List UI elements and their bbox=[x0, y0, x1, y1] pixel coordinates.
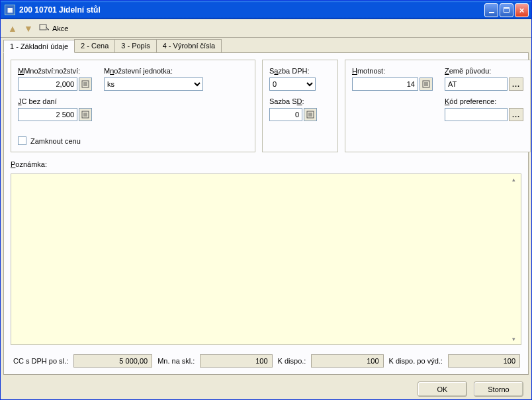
svg-rect-0 bbox=[40, 25, 46, 30]
kod-preference-input[interactable] bbox=[445, 108, 508, 121]
cc-value: 5 000,00 bbox=[73, 354, 152, 368]
mj-select[interactable]: ks bbox=[104, 77, 203, 91]
zeme-puvodu-label: Země původu: bbox=[445, 67, 523, 75]
mnozstvi-label: MMnožství:nožství: bbox=[18, 67, 92, 75]
tab-vyrobni-cisla[interactable]: 4 - Výrobní čísla bbox=[156, 39, 222, 52]
group-hmotnost: Hmotnost: Země původu: bbox=[345, 60, 531, 152]
kod-preference-browse-button[interactable]: ... bbox=[509, 108, 523, 121]
kdv-value: 100 bbox=[448, 354, 520, 368]
tabs: 1 - Základní údaje 2 - Cena 3 - Popis 4 … bbox=[3, 39, 529, 52]
akce-label: Akce bbox=[52, 25, 68, 32]
window: ▦ 200 10701 Jídelní stůl × ▲ ▼ Akce 1 - … bbox=[0, 0, 532, 400]
window-title: 200 10701 Jídelní stůl bbox=[19, 5, 101, 15]
sazba-sd-label: Sazba SD: bbox=[269, 97, 331, 105]
poznamka-textarea[interactable]: ▴ ▾ bbox=[11, 174, 521, 345]
jc-label: JC bez daní bbox=[18, 97, 92, 105]
cc-label: CC s DPH po sl.: bbox=[12, 357, 69, 365]
maximize-button[interactable] bbox=[500, 3, 513, 17]
mnozstvi-calc-button[interactable] bbox=[79, 77, 92, 91]
hmotnost-input[interactable] bbox=[352, 77, 418, 91]
mj-label: Množstevní jednotka: bbox=[104, 67, 203, 75]
app-icon: ▦ bbox=[5, 5, 15, 15]
sazba-sd-input[interactable] bbox=[269, 108, 302, 121]
mn-value: 100 bbox=[200, 354, 272, 368]
group-mnozstvi: MMnožství:nožství: Množstevní jednotka: bbox=[11, 60, 255, 152]
hmotnost-calc-button[interactable] bbox=[420, 77, 433, 91]
tab-zakladni-udaje[interactable]: 1 - Základní údaje bbox=[3, 40, 75, 53]
hmotnost-label: Hmotnost: bbox=[352, 67, 433, 75]
akce-icon bbox=[39, 23, 50, 34]
scroll-up-icon[interactable]: ▴ bbox=[509, 176, 519, 183]
mnozstvi-input[interactable] bbox=[18, 77, 77, 91]
poznamka-label: Poznámka: bbox=[11, 160, 521, 168]
client-area: 1 - Základní údaje 2 - Cena 3 - Popis 4 … bbox=[1, 38, 531, 399]
kod-preference-label: Kód preference: bbox=[445, 97, 523, 105]
sazba-sd-calc-button[interactable] bbox=[304, 108, 317, 121]
titlebar: ▦ 200 10701 Jídelní stůl × bbox=[1, 1, 531, 19]
toolbar: ▲ ▼ Akce bbox=[1, 19, 531, 38]
kdv-label: K dispo. po výd.: bbox=[388, 357, 444, 365]
kd-value: 100 bbox=[311, 354, 383, 368]
sazba-dph-label: Sazba DPH: bbox=[269, 67, 331, 75]
tab-cena[interactable]: 2 - Cena bbox=[74, 39, 115, 52]
next-record-icon[interactable]: ▼ bbox=[23, 23, 34, 34]
jc-calc-button[interactable] bbox=[79, 108, 92, 121]
mn-label: Mn. na skl.: bbox=[156, 357, 196, 365]
close-button[interactable]: × bbox=[515, 3, 529, 17]
summary-row: CC s DPH po sl.: 5 000,00 Mn. na skl.: 1… bbox=[11, 350, 521, 368]
storno-button[interactable]: Storno bbox=[474, 381, 523, 397]
zamknout-cenu-label: Zamknout cenu bbox=[30, 137, 81, 145]
group-sazba: Sazba DPH: 0 Sazba SD: bbox=[262, 60, 338, 152]
zeme-puvodu-browse-button[interactable]: ... bbox=[509, 77, 523, 91]
tab-body: MMnožství:nožství: Množstevní jednotka: bbox=[3, 52, 529, 375]
ok-button[interactable]: OK bbox=[418, 381, 467, 397]
zamknout-cenu-checkbox[interactable] bbox=[18, 136, 26, 145]
tab-popis[interactable]: 3 - Popis bbox=[114, 39, 156, 52]
sazba-dph-select[interactable]: 0 bbox=[269, 77, 316, 91]
minimize-button[interactable] bbox=[484, 3, 498, 17]
kd-label: K dispo.: bbox=[277, 357, 308, 365]
akce-menu[interactable]: Akce bbox=[39, 23, 68, 34]
scroll-down-icon[interactable]: ▾ bbox=[509, 336, 519, 342]
zeme-puvodu-input[interactable] bbox=[445, 77, 508, 91]
jc-input[interactable] bbox=[18, 108, 77, 121]
prev-record-icon[interactable]: ▲ bbox=[7, 23, 18, 34]
